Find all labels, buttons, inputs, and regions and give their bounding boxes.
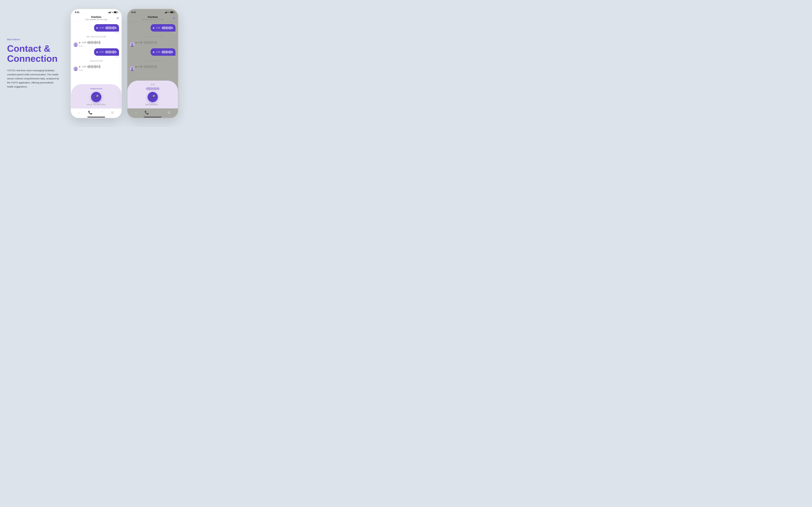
svg-point-2 bbox=[75, 67, 77, 69]
signal-bars-2 bbox=[164, 11, 167, 13]
nav-grid-1[interactable]: ⊞ bbox=[111, 110, 114, 115]
nav-phone-2[interactable]: 📞 bbox=[145, 110, 149, 115]
signal-bar-5 bbox=[164, 12, 165, 13]
nav-grid-2[interactable]: ⊞ bbox=[167, 110, 170, 115]
svg-point-4 bbox=[131, 43, 133, 45]
heart-icon-2: ♡ bbox=[157, 110, 160, 115]
signal-bar-7 bbox=[166, 12, 166, 13]
in-time-1: 1:20 bbox=[82, 41, 86, 44]
in-bubble-3-content: ▶ 1:20 Read bbox=[136, 40, 157, 47]
signal-bar-2 bbox=[109, 12, 109, 13]
play-icon-4[interactable]: ▶ bbox=[153, 51, 155, 53]
signal-bar-1 bbox=[108, 12, 109, 13]
play-in-4[interactable]: ▶ bbox=[136, 65, 137, 68]
chat-area-1: ▶ 0:18 Read Mon, Nov 6 at 11:31 AM bbox=[71, 22, 121, 84]
read-label-3: Read bbox=[171, 32, 175, 34]
description: YOYO's real-time voice messaging facilit… bbox=[7, 69, 60, 89]
bubble-time-2: 0:20 bbox=[100, 51, 104, 53]
in-bubble-3: ▶ 1:20 bbox=[136, 40, 157, 45]
home-bar-1 bbox=[87, 117, 105, 117]
out-bubble-1: ▶ 0:18 bbox=[94, 24, 119, 32]
in-bubble-1-content: ▶ 1:20 Read bbox=[79, 40, 100, 47]
in-bubble-4: ▶ 1:20 bbox=[136, 64, 157, 69]
signal-bar-4 bbox=[110, 11, 111, 13]
phones-wrapper: 9:41 ∿ Xiaobao Last update bbox=[70, 9, 178, 118]
avatar-4 bbox=[130, 66, 135, 71]
play-in-1[interactable]: ▶ bbox=[79, 41, 81, 44]
in-bubble-4-wrapper: ▶ 1:20 Read bbox=[130, 64, 175, 71]
play-icon-2[interactable]: ▶ bbox=[97, 51, 98, 53]
in-time-4: 1:20 bbox=[138, 65, 142, 68]
nav-home-2[interactable]: ⌂ bbox=[135, 111, 137, 115]
phone-2: 9:41 ∿ Xiaobao Last update bbox=[127, 9, 178, 118]
refresh-icon-1[interactable]: ↺ bbox=[116, 16, 119, 20]
in-read-3: Read bbox=[136, 45, 157, 47]
phone-1: 9:41 ∿ Xiaobao Last update bbox=[70, 9, 122, 118]
battery-icon-2 bbox=[170, 11, 174, 13]
play-icon-3[interactable]: ▶ bbox=[153, 26, 155, 29]
timestamp-1: Mon, Nov 6 at 11:31 AM bbox=[73, 36, 119, 38]
in-bubble-3-wrapper: ▶ 1:20 Read bbox=[130, 40, 175, 47]
svg-point-3 bbox=[74, 69, 77, 71]
signal-bar-3 bbox=[109, 12, 110, 13]
home-icon-1: ⌂ bbox=[79, 111, 81, 115]
play-in-3[interactable]: ▶ bbox=[136, 41, 137, 44]
home-icon-2: ⌂ bbox=[135, 111, 137, 115]
read-label-2: Read bbox=[115, 56, 119, 58]
out-bubble-2-wrapper: ▶ 0:20 Read bbox=[73, 48, 119, 58]
signal-bars-1 bbox=[108, 11, 111, 13]
waveform-in-4 bbox=[143, 65, 157, 69]
out-bubble-3-wrapper: ▶ 0:18 Read bbox=[130, 24, 175, 34]
read-label-1: Read bbox=[115, 32, 119, 34]
heading-line2: Connection bbox=[7, 53, 58, 64]
waveform-in-1 bbox=[87, 41, 100, 45]
battery-icon-1 bbox=[114, 11, 117, 13]
mic-button-2[interactable]: 🎤 bbox=[148, 92, 158, 102]
status-bar-2: 9:41 ∿ bbox=[128, 9, 178, 14]
time-1: 9:41 bbox=[75, 11, 80, 13]
status-icons-2: ∿ bbox=[164, 11, 174, 13]
refresh-icon-2[interactable]: ↺ bbox=[173, 16, 175, 20]
nav-heart-2[interactable]: ♡ bbox=[157, 110, 160, 115]
heart-icon-1: ♡ bbox=[100, 110, 103, 115]
nav-home-1[interactable]: ⌂ bbox=[79, 111, 81, 115]
chat-name-2: Xiaobao bbox=[135, 15, 171, 18]
svg-point-5 bbox=[131, 45, 134, 47]
recording-area-1: 🎤 HOLD TO RECORD bbox=[71, 84, 121, 108]
time-2: 9:41 bbox=[131, 11, 136, 13]
home-bar-2 bbox=[144, 117, 161, 117]
record-label-1: HOLD TO RECORD bbox=[87, 104, 106, 106]
in-bubble-2-content: ▶ 1:20 Read bbox=[79, 64, 100, 71]
out-bubble-4-wrapper: ▶ 0:20 Read bbox=[130, 48, 175, 58]
play-icon-1[interactable]: ▶ bbox=[97, 26, 98, 29]
nav-phone-1[interactable]: 📞 bbox=[88, 110, 93, 115]
play-in-2[interactable]: ▶ bbox=[79, 65, 81, 68]
out-bubble-2: ▶ 0:20 bbox=[94, 48, 119, 56]
timestamp-4: Today 03:33 PM bbox=[130, 60, 175, 62]
bubble-time-3: 0:18 bbox=[156, 26, 160, 29]
out-bubble-1-wrapper: ▶ 0:18 Read bbox=[73, 24, 119, 34]
avatar-2 bbox=[73, 66, 78, 71]
out-bubble-3: ▶ 0:18 bbox=[151, 24, 175, 32]
phone-icon-1: 📞 bbox=[88, 110, 93, 115]
chat-header-2: Xiaobao Last updated 16 mins ago ↺ bbox=[128, 14, 178, 22]
status-bar-1: 9:41 ∿ bbox=[71, 9, 121, 14]
waveform-in-3 bbox=[143, 41, 157, 45]
in-bubble-1-wrapper: ▶ 1:20 Read bbox=[73, 40, 119, 47]
status-icons-1: ∿ bbox=[108, 11, 117, 13]
waveform-in-2 bbox=[87, 65, 100, 69]
waveform-out-1 bbox=[105, 26, 116, 30]
mic-button-1[interactable]: 🎤 bbox=[91, 92, 101, 102]
grid-icon-2: ⊞ bbox=[167, 110, 170, 115]
in-time-2: 1:20 bbox=[82, 65, 86, 68]
nav-heart-1[interactable]: ♡ bbox=[100, 110, 103, 115]
in-read-4: Read bbox=[136, 69, 157, 71]
bubble-time-1: 0:18 bbox=[100, 26, 104, 29]
idle-waveform-1 bbox=[90, 87, 102, 91]
recording-area-2: 0:20 🎤 RECORDING... bbox=[128, 80, 178, 108]
record-label-2: RECORDING... bbox=[145, 104, 160, 106]
chat-area-2: ▶ 0:18 Read Mon, Nov 6 at 11:31 AM bbox=[128, 22, 178, 80]
bottom-nav-2: ⌂ 📞 ♡ ⊞ bbox=[128, 108, 178, 116]
avatar-3 bbox=[130, 42, 135, 47]
out-bubble-4: ▶ 0:20 bbox=[151, 48, 175, 56]
